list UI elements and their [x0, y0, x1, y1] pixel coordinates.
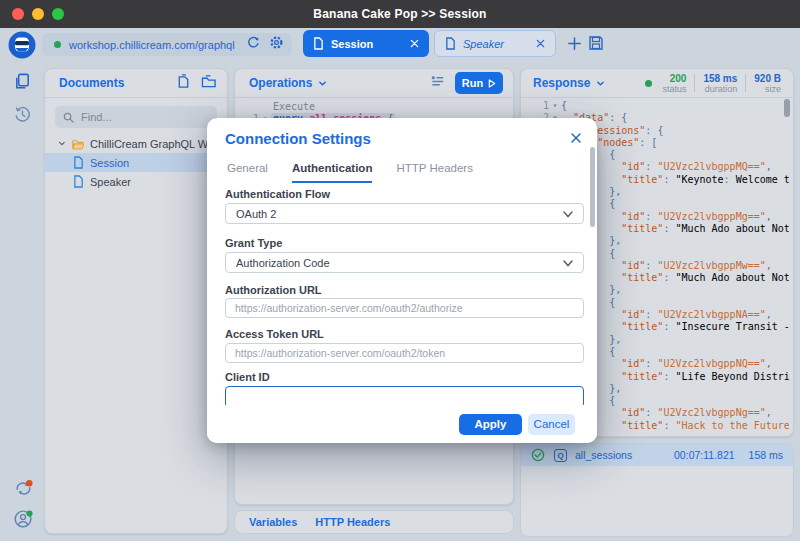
tree-item-session[interactable]: Session [45, 153, 227, 172]
dialog-scrollbar-thumb[interactable] [590, 147, 595, 227]
authorization-url-input[interactable] [225, 298, 584, 318]
grant-type-select[interactable]: Authorization Code [225, 252, 584, 273]
play-icon [488, 79, 496, 88]
new-folder-icon[interactable] [201, 74, 217, 93]
endpoint-url-bar[interactable]: workshop.chillicream.com/graphql [42, 33, 292, 56]
document-icon [445, 37, 456, 50]
dialog-footer: Apply Cancel [207, 405, 597, 443]
editor-bottom-tabs: Variables HTTP Headers [234, 510, 514, 534]
run-button-label: Run [462, 77, 483, 89]
auth-flow-value: OAuth 2 [236, 208, 276, 220]
connection-settings-dialog: Connection Settings General Authenticati… [207, 118, 597, 443]
status-label: status [662, 84, 686, 94]
dialog-tab-http-headers[interactable]: HTTP Headers [396, 162, 472, 183]
tree-folder-row[interactable]: ChilliCream GraphQL Workshop [45, 134, 227, 153]
grant-type-value: Authorization Code [236, 257, 330, 269]
size-value: 920 B [754, 73, 781, 84]
search-icon [63, 112, 74, 123]
field-label-client-id: Client ID [225, 371, 270, 383]
tree-item-label: Session [90, 157, 129, 169]
history-nav-icon[interactable] [13, 105, 32, 128]
chevron-down-icon[interactable] [596, 74, 605, 92]
refresh-schema-icon[interactable] [246, 35, 261, 54]
save-icon[interactable] [588, 35, 604, 55]
close-tab-icon[interactable] [536, 39, 545, 48]
success-check-icon [531, 448, 545, 462]
documents-panel-header: Documents [45, 69, 227, 98]
tree-item-label: Speaker [90, 176, 131, 188]
prettify-icon[interactable] [430, 74, 445, 93]
new-document-icon[interactable] [176, 74, 191, 93]
duration-stat: 158 ms duration [695, 73, 745, 94]
operations-panel-title: Operations [249, 76, 312, 90]
documents-panel: Documents Find... ChilliCream GraphQL Wo… [44, 68, 228, 534]
window-title: Banana Cake Pop >> Session [313, 7, 486, 21]
find-placeholder: Find... [81, 111, 112, 123]
tab-label: Session [331, 38, 373, 50]
zoom-window-button[interactable] [52, 8, 64, 20]
banana-cake-pop-logo [8, 31, 36, 59]
history-duration: 158 ms [749, 449, 783, 461]
new-tab-plus-icon[interactable] [567, 36, 582, 55]
tab-http-headers[interactable]: HTTP Headers [315, 516, 390, 528]
chevron-down-icon[interactable] [318, 74, 327, 92]
document-icon [73, 175, 84, 188]
connection-status-dot [54, 41, 61, 48]
find-input[interactable]: Find... [55, 106, 217, 128]
auth-flow-select[interactable]: OAuth 2 [225, 203, 584, 224]
chevron-down-icon [563, 208, 573, 220]
traffic-lights [12, 8, 64, 20]
duration-value: 158 ms [703, 73, 737, 84]
sync-icon[interactable] [13, 478, 34, 503]
response-scrollbar-thumb[interactable] [784, 99, 790, 117]
size-label: size [765, 84, 781, 94]
response-code-line: 1▾{ [521, 100, 789, 112]
close-window-button[interactable] [12, 8, 24, 20]
chevron-down-icon[interactable] [58, 139, 66, 148]
connection-settings-gear-icon[interactable] [269, 35, 284, 54]
apply-button[interactable]: Apply [459, 414, 522, 435]
tree-item-speaker[interactable]: Speaker [45, 172, 227, 191]
dialog-tab-authentication[interactable]: Authentication [292, 162, 373, 183]
document-icon [313, 37, 324, 50]
titlebar: Banana Cake Pop >> Session [0, 0, 800, 28]
cancel-button[interactable]: Cancel [528, 414, 575, 435]
status-value: 200 [670, 73, 687, 84]
fold-chevron-icon[interactable]: ▾ [549, 100, 561, 112]
close-tab-icon[interactable] [410, 39, 419, 48]
documents-panel-title: Documents [59, 76, 124, 90]
tab-variables[interactable]: Variables [249, 516, 297, 528]
line-number[interactable]: 1 [521, 100, 549, 112]
dialog-tab-general[interactable]: General [227, 162, 268, 183]
status-stat: 200 status [654, 73, 694, 94]
close-dialog-icon[interactable] [570, 130, 582, 148]
execute-code-lens[interactable]: Execute [273, 98, 513, 113]
tab-speaker[interactable]: Speaker [434, 30, 556, 57]
minimize-window-button[interactable] [32, 8, 44, 20]
open-folder-icon [72, 138, 84, 150]
response-stats: 200 status 158 ms duration 920 B size [645, 73, 783, 94]
endpoint-url: workshop.chillicream.com/graphql [69, 39, 238, 51]
chevron-down-icon [563, 257, 573, 269]
field-label-auth-flow: Authentication Flow [225, 188, 330, 200]
run-button[interactable]: Run [455, 72, 503, 94]
document-icon [73, 156, 84, 169]
history-operation-name: all_sessions [575, 449, 632, 461]
tab-session[interactable]: Session [303, 30, 429, 57]
operations-panel-header: Operations Run [235, 69, 513, 98]
response-panel-header: Response 200 status 158 ms duration 920 … [521, 69, 793, 98]
run-history-panel: Q all_sessions 00:07:11.821 158 ms [520, 443, 794, 537]
access-token-url-input[interactable] [225, 343, 584, 363]
query-badge: Q [554, 449, 567, 462]
banana-cake-pop-window: Banana Cake Pop >> Session workshop.chil… [0, 0, 800, 541]
history-row[interactable]: Q all_sessions 00:07:11.821 158 ms [521, 444, 793, 466]
dialog-title: Connection Settings [225, 130, 371, 147]
tab-label: Speaker [463, 38, 504, 50]
json-text: { [561, 100, 567, 112]
history-timestamp: 00:07:11.821 [674, 449, 735, 461]
documents-nav-icon[interactable] [13, 72, 32, 95]
dialog-tabs: General Authentication HTTP Headers [227, 162, 473, 183]
status-ok-dot [645, 80, 652, 87]
account-icon[interactable] [13, 508, 34, 533]
field-label-access-token-url: Access Token URL [225, 328, 324, 340]
